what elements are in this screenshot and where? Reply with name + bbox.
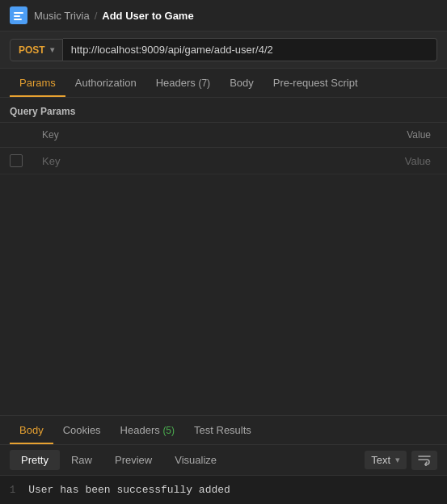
app-icon	[10, 6, 27, 24]
response-tab-headers[interactable]: Headers (5)	[111, 416, 184, 444]
value-cell[interactable]: Value	[350, 148, 447, 174]
type-dropdown-chevron-icon: ▾	[395, 455, 400, 465]
type-dropdown-button[interactable]: Text ▾	[365, 451, 407, 469]
row-checkbox[interactable]	[10, 154, 23, 167]
format-tab-preview[interactable]: Preview	[103, 450, 163, 470]
url-input[interactable]	[63, 38, 437, 61]
query-params-label: Query Params	[0, 98, 447, 122]
wrap-button[interactable]	[411, 451, 437, 470]
response-body: 1 User has been successfully added	[0, 476, 447, 504]
url-bar: POST ▾	[0, 32, 447, 69]
svg-rect-1	[14, 15, 20, 17]
svg-rect-2	[14, 19, 22, 20]
breadcrumb: Music Trivia / Add User to Game	[34, 10, 194, 22]
response-line-1: 1 User has been successfully added	[10, 484, 437, 496]
col-key: Key	[32, 123, 350, 148]
response-tab-cookies[interactable]: Cookies	[53, 416, 111, 444]
type-dropdown-label: Text	[371, 454, 390, 466]
method-label: POST	[19, 44, 45, 56]
tab-pre-request-script[interactable]: Pre-request Script	[264, 69, 368, 97]
tab-body[interactable]: Body	[220, 69, 264, 97]
query-params-table: Key Value Key Value	[0, 122, 447, 174]
wrap-icon	[418, 455, 431, 466]
method-dropdown-button[interactable]: POST ▾	[10, 39, 63, 61]
response-tab-body[interactable]: Body	[10, 416, 53, 444]
breadcrumb-link[interactable]: Music Trivia	[34, 10, 90, 22]
method-chevron-icon: ▾	[50, 45, 54, 54]
response-text-1: User has been successfully added	[28, 484, 230, 496]
app-container: Music Trivia / Add User to Game POST ▾ P…	[0, 0, 447, 504]
header: Music Trivia / Add User to Game	[0, 0, 447, 32]
empty-space	[0, 174, 447, 415]
format-tab-raw[interactable]: Raw	[60, 450, 103, 470]
response-toolbar: Pretty Raw Preview Visualize Text ▾	[0, 445, 447, 476]
col-checkbox	[0, 123, 32, 148]
response-section: Body Cookies Headers (5) Test Results Pr…	[0, 415, 447, 504]
format-tab-visualize[interactable]: Visualize	[163, 450, 228, 470]
key-cell[interactable]: Key	[32, 148, 350, 174]
row-checkbox-cell	[0, 148, 32, 174]
request-tabs-bar: Params Authorization Headers (7) Body Pr…	[0, 69, 447, 98]
svg-rect-0	[14, 12, 23, 14]
format-tab-pretty[interactable]: Pretty	[10, 450, 60, 470]
response-tabs-bar: Body Cookies Headers (5) Test Results	[0, 416, 447, 445]
response-tab-test-results[interactable]: Test Results	[184, 416, 261, 444]
tab-headers[interactable]: Headers (7)	[146, 69, 220, 97]
main-area: Query Params Key Value	[0, 98, 447, 415]
tab-params[interactable]: Params	[10, 69, 65, 97]
tab-authorization[interactable]: Authorization	[65, 69, 146, 97]
breadcrumb-separator: /	[95, 10, 98, 22]
line-number-1: 1	[10, 485, 15, 496]
table-row: Key Value	[0, 148, 447, 174]
col-value: Value	[350, 123, 447, 148]
breadcrumb-current: Add User to Game	[102, 10, 193, 22]
